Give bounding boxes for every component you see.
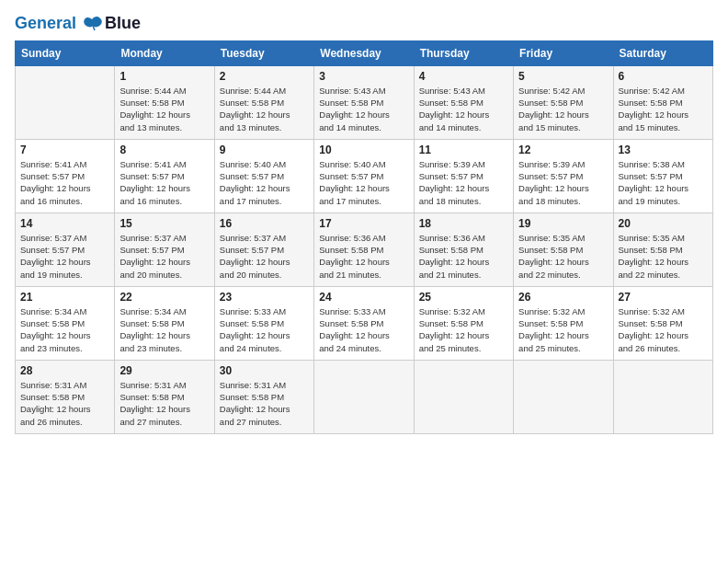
calendar-cell: 1Sunrise: 5:44 AMSunset: 5:58 PMDaylight… — [115, 65, 214, 139]
day-info: Sunrise: 5:34 AMSunset: 5:58 PMDaylight:… — [119, 305, 209, 354]
day-number: 5 — [518, 70, 608, 83]
logo-blue: Blue — [105, 15, 141, 33]
day-info: Sunrise: 5:35 AMSunset: 5:58 PMDaylight:… — [619, 232, 708, 281]
calendar-cell: 8Sunrise: 5:41 AMSunset: 5:57 PMDaylight… — [115, 139, 214, 213]
header-tuesday: Tuesday — [214, 40, 313, 65]
calendar-cell: 18Sunrise: 5:36 AMSunset: 5:58 PMDayligh… — [414, 213, 513, 286]
calendar-cell — [414, 360, 513, 433]
day-number: 23 — [220, 291, 309, 304]
day-number: 28 — [20, 364, 109, 377]
day-number: 13 — [619, 144, 708, 156]
day-number: 27 — [619, 291, 708, 304]
day-info: Sunrise: 5:38 AMSunset: 5:57 PMDaylight:… — [619, 158, 708, 207]
day-info: Sunrise: 5:37 AMSunset: 5:57 PMDaylight:… — [119, 232, 209, 281]
day-number: 19 — [518, 217, 608, 230]
day-number: 24 — [319, 291, 408, 304]
calendar-cell: 16Sunrise: 5:37 AMSunset: 5:57 PMDayligh… — [214, 213, 313, 286]
header-thursday: Thursday — [414, 40, 513, 65]
day-number: 25 — [419, 291, 508, 304]
header-wednesday: Wednesday — [314, 40, 414, 65]
day-info: Sunrise: 5:33 AMSunset: 5:58 PMDaylight:… — [220, 305, 309, 354]
calendar-cell: 5Sunrise: 5:42 AMSunset: 5:58 PMDaylight… — [514, 65, 613, 139]
calendar-cell: 23Sunrise: 5:33 AMSunset: 5:58 PMDayligh… — [214, 286, 313, 360]
calendar-cell: 17Sunrise: 5:36 AMSunset: 5:58 PMDayligh… — [314, 213, 414, 286]
day-info: Sunrise: 5:35 AMSunset: 5:58 PMDaylight:… — [518, 232, 608, 281]
day-number: 29 — [119, 364, 209, 377]
day-number: 22 — [119, 291, 209, 304]
calendar-cell — [514, 360, 613, 433]
calendar-header-row: Sunday Monday Tuesday Wednesday Thursday… — [16, 40, 713, 65]
calendar-cell: 24Sunrise: 5:33 AMSunset: 5:58 PMDayligh… — [314, 286, 414, 360]
calendar-cell: 29Sunrise: 5:31 AMSunset: 5:58 PMDayligh… — [115, 360, 214, 433]
day-info: Sunrise: 5:41 AMSunset: 5:57 PMDaylight:… — [20, 158, 109, 207]
calendar-cell: 26Sunrise: 5:32 AMSunset: 5:58 PMDayligh… — [514, 286, 613, 360]
calendar-week-row: 1Sunrise: 5:44 AMSunset: 5:58 PMDaylight… — [16, 65, 713, 139]
day-info: Sunrise: 5:42 AMSunset: 5:58 PMDaylight:… — [518, 85, 608, 133]
day-info: Sunrise: 5:31 AMSunset: 5:58 PMDaylight:… — [220, 379, 309, 428]
calendar-cell: 2Sunrise: 5:44 AMSunset: 5:58 PMDaylight… — [214, 65, 313, 139]
day-info: Sunrise: 5:32 AMSunset: 5:58 PMDaylight:… — [619, 305, 708, 354]
calendar-cell — [613, 360, 712, 433]
calendar-cell: 28Sunrise: 5:31 AMSunset: 5:58 PMDayligh… — [16, 360, 115, 433]
day-info: Sunrise: 5:31 AMSunset: 5:58 PMDaylight:… — [119, 379, 209, 428]
day-info: Sunrise: 5:31 AMSunset: 5:58 PMDaylight:… — [20, 379, 109, 428]
day-number: 18 — [419, 217, 508, 230]
logo-text: General — [15, 15, 103, 33]
calendar-cell: 7Sunrise: 5:41 AMSunset: 5:57 PMDaylight… — [16, 139, 115, 213]
calendar-cell: 30Sunrise: 5:31 AMSunset: 5:58 PMDayligh… — [214, 360, 313, 433]
calendar-cell — [16, 65, 115, 139]
day-info: Sunrise: 5:39 AMSunset: 5:57 PMDaylight:… — [419, 158, 508, 207]
day-info: Sunrise: 5:39 AMSunset: 5:57 PMDaylight:… — [518, 158, 608, 207]
page-header: General Blue — [15, 15, 713, 33]
day-number: 1 — [119, 70, 209, 83]
calendar-body: 1Sunrise: 5:44 AMSunset: 5:58 PMDaylight… — [16, 65, 713, 433]
day-number: 14 — [20, 217, 109, 230]
calendar-cell: 20Sunrise: 5:35 AMSunset: 5:58 PMDayligh… — [613, 213, 712, 286]
day-number: 16 — [220, 217, 309, 230]
day-number: 6 — [619, 70, 708, 83]
day-info: Sunrise: 5:34 AMSunset: 5:58 PMDaylight:… — [20, 305, 109, 354]
day-info: Sunrise: 5:43 AMSunset: 5:58 PMDaylight:… — [419, 85, 508, 133]
day-number: 8 — [119, 144, 209, 156]
day-info: Sunrise: 5:32 AMSunset: 5:58 PMDaylight:… — [419, 305, 508, 354]
day-number: 3 — [319, 70, 408, 83]
day-number: 12 — [518, 144, 608, 156]
header-saturday: Saturday — [613, 40, 712, 65]
calendar-cell — [314, 360, 414, 433]
day-info: Sunrise: 5:43 AMSunset: 5:58 PMDaylight:… — [319, 85, 408, 133]
day-number: 2 — [220, 70, 309, 83]
day-number: 17 — [319, 217, 408, 230]
calendar-cell: 19Sunrise: 5:35 AMSunset: 5:58 PMDayligh… — [514, 213, 613, 286]
calendar-cell: 13Sunrise: 5:38 AMSunset: 5:57 PMDayligh… — [613, 139, 712, 213]
day-info: Sunrise: 5:40 AMSunset: 5:57 PMDaylight:… — [220, 158, 309, 207]
day-info: Sunrise: 5:33 AMSunset: 5:58 PMDaylight:… — [319, 305, 408, 354]
calendar-cell: 15Sunrise: 5:37 AMSunset: 5:57 PMDayligh… — [115, 213, 214, 286]
header-sunday: Sunday — [16, 40, 115, 65]
day-number: 26 — [518, 291, 608, 304]
day-info: Sunrise: 5:37 AMSunset: 5:57 PMDaylight:… — [220, 232, 309, 281]
calendar-cell: 3Sunrise: 5:43 AMSunset: 5:58 PMDaylight… — [314, 65, 414, 139]
calendar-week-row: 7Sunrise: 5:41 AMSunset: 5:57 PMDaylight… — [16, 139, 713, 213]
logo-general: General — [15, 14, 76, 32]
calendar-week-row: 28Sunrise: 5:31 AMSunset: 5:58 PMDayligh… — [16, 360, 713, 433]
calendar-week-row: 21Sunrise: 5:34 AMSunset: 5:58 PMDayligh… — [16, 286, 713, 360]
calendar-cell: 25Sunrise: 5:32 AMSunset: 5:58 PMDayligh… — [414, 286, 513, 360]
day-number: 9 — [220, 144, 309, 156]
calendar-cell: 11Sunrise: 5:39 AMSunset: 5:57 PMDayligh… — [414, 139, 513, 213]
day-info: Sunrise: 5:42 AMSunset: 5:58 PMDaylight:… — [619, 85, 708, 133]
logo-bird-icon — [83, 16, 103, 32]
logo: General Blue — [15, 15, 141, 33]
day-number: 7 — [20, 144, 109, 156]
day-number: 30 — [220, 364, 309, 377]
day-info: Sunrise: 5:40 AMSunset: 5:57 PMDaylight:… — [319, 158, 408, 207]
calendar-week-row: 14Sunrise: 5:37 AMSunset: 5:57 PMDayligh… — [16, 213, 713, 286]
header-monday: Monday — [115, 40, 214, 65]
day-info: Sunrise: 5:44 AMSunset: 5:58 PMDaylight:… — [220, 85, 309, 133]
calendar-cell: 14Sunrise: 5:37 AMSunset: 5:57 PMDayligh… — [16, 213, 115, 286]
day-number: 4 — [419, 70, 508, 83]
day-number: 10 — [319, 144, 408, 156]
calendar-cell: 21Sunrise: 5:34 AMSunset: 5:58 PMDayligh… — [16, 286, 115, 360]
calendar-cell: 4Sunrise: 5:43 AMSunset: 5:58 PMDaylight… — [414, 65, 513, 139]
day-number: 20 — [619, 217, 708, 230]
calendar-cell: 12Sunrise: 5:39 AMSunset: 5:57 PMDayligh… — [514, 139, 613, 213]
